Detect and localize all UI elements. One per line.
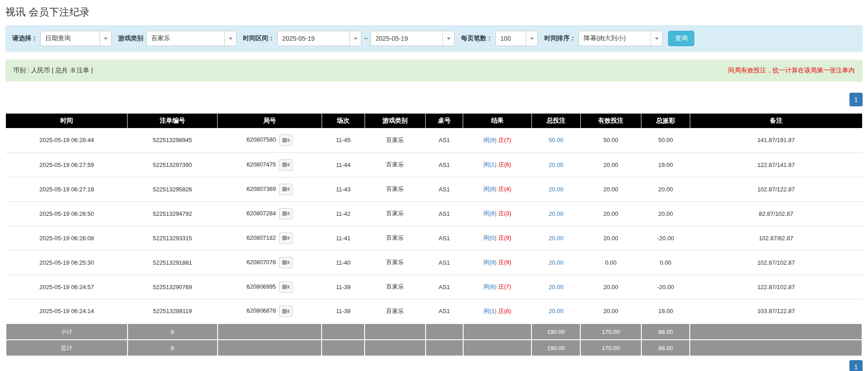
cell-total-bet: 20.00 [531, 226, 580, 250]
cell-game-type: 百家乐 [365, 177, 425, 201]
cell-valid-bet: 20.00 [580, 152, 641, 177]
header-bet-id: 注单编号 [128, 114, 218, 128]
cell-game-type: 百家乐 [365, 152, 425, 177]
date-range-separator: ~ [364, 35, 368, 42]
view-video-button[interactable] [279, 134, 293, 146]
cell-bet-id: 522513289119 [128, 299, 218, 323]
query-type-dropdown-button[interactable] [100, 31, 111, 46]
table-row: 2025-05-19 06:26:50 522513294792 6208072… [6, 201, 862, 226]
video-camera-icon [282, 309, 289, 314]
sort-order-input[interactable] [579, 31, 650, 46]
subtotal-payout: 88.00 [641, 323, 690, 340]
cell-time: 2025-05-19 06:26:50 [6, 201, 128, 226]
summary-totals: 币别 : 人民币 | 总共 :8 注单 | [13, 67, 93, 75]
game-type-input[interactable] [147, 31, 224, 46]
page-container: 视讯 会员下注纪录 请选择： 游戏类别 时间区间： ~ 每页笔数： 时间排序： [0, 0, 868, 371]
round-id-value: 620807369 [247, 185, 276, 192]
cell-time: 2025-05-19 06:24:14 [6, 299, 128, 323]
total-bet-link[interactable]: 50.00 [549, 137, 564, 143]
page-button-1[interactable]: 1 [849, 360, 863, 371]
cell-round-id: 620807182 [218, 226, 322, 250]
view-video-button[interactable] [279, 257, 293, 268]
round-id-value: 620806995 [247, 283, 276, 290]
time-range-label: 时间区间： [243, 34, 275, 43]
view-video-button[interactable] [279, 159, 293, 171]
filter-bar: 请选择： 游戏类别 时间区间： ~ 每页笔数： 时间排序： [5, 25, 863, 52]
total-bet-link[interactable]: 20.00 [549, 186, 564, 193]
view-video-button[interactable] [279, 281, 293, 293]
cell-time: 2025-05-19 06:27:18 [6, 177, 128, 201]
result-player: 闲(8) [484, 186, 497, 192]
chevron-down-icon [530, 38, 534, 40]
cell-payout: 50.00 [641, 128, 690, 152]
table-row: 2025-05-19 06:25:30 522513291881 6208070… [6, 250, 862, 275]
cell-remark: 102.87/122.87 [690, 177, 862, 201]
game-type-dropdown-button[interactable] [224, 31, 236, 46]
page-button-1[interactable]: 1 [849, 93, 863, 106]
cell-remark: 102.87/82.87 [690, 226, 862, 250]
table-row: 2025-05-19 06:27:18 522513295826 6208073… [6, 177, 862, 201]
total-bet-link[interactable]: 20.00 [549, 284, 564, 290]
cell-game-type: 百家乐 [365, 275, 425, 299]
cell-remark: 141.87/191.87 [690, 128, 862, 152]
total-empty-cell [365, 340, 425, 356]
table-body: 2025-05-19 06:28:44 522513298945 6208075… [6, 128, 862, 323]
game-type-label: 游戏类别 [118, 34, 143, 43]
date-to-dropdown-button[interactable] [442, 31, 454, 46]
total-empty-cell [322, 340, 365, 356]
cell-remark: 122.87/141.87 [690, 152, 862, 177]
video-camera-icon [282, 211, 289, 216]
subtotal-valid-bet: 170.00 [580, 323, 641, 340]
cell-game-type: 百家乐 [365, 226, 425, 250]
query-type-input[interactable] [41, 31, 100, 46]
page-size-combobox [495, 31, 538, 46]
view-video-button[interactable] [279, 208, 293, 219]
header-session: 场次 [322, 114, 365, 128]
subtotal-empty-cell [690, 323, 862, 340]
cell-session: 11-41 [322, 226, 365, 250]
cell-game-type: 百家乐 [365, 250, 425, 275]
header-payout: 总派彩 [641, 114, 690, 128]
cell-session: 11-39 [322, 275, 365, 299]
cell-round-id: 620807369 [218, 177, 322, 201]
view-video-button[interactable] [279, 305, 293, 317]
game-type-combobox [146, 31, 237, 46]
cell-table: AS1 [426, 128, 463, 152]
cell-bet-id: 522513293315 [128, 226, 218, 250]
cell-remark: 102.87/102.87 [690, 250, 862, 275]
date-from-dropdown-button[interactable] [349, 31, 361, 46]
result-player: 闲(0) [484, 234, 497, 241]
date-from-input[interactable] [278, 31, 349, 46]
total-bet-link[interactable]: 20.00 [549, 259, 564, 266]
view-video-button[interactable] [279, 184, 293, 195]
cell-table: AS1 [426, 226, 463, 250]
round-id-value: 620807580 [247, 136, 276, 143]
cell-bet-id: 522513294792 [128, 201, 218, 226]
chevron-down-icon [447, 38, 451, 40]
total-empty-cell [463, 340, 531, 356]
total-bet-link[interactable]: 20.00 [549, 308, 564, 314]
subtotal-empty-cell [463, 323, 531, 340]
total-count: 8 [128, 340, 218, 356]
page-size-input[interactable] [496, 31, 526, 46]
cell-valid-bet: 20.00 [580, 226, 641, 250]
total-bet-link[interactable]: 20.00 [549, 210, 564, 217]
cell-round-id: 620806878 [218, 299, 322, 323]
sort-order-dropdown-button[interactable] [650, 31, 662, 46]
total-bet-link[interactable]: 20.00 [549, 162, 564, 168]
cell-valid-bet: 20.00 [580, 275, 641, 299]
chevron-down-icon [229, 38, 232, 40]
header-time: 时间 [6, 114, 128, 128]
header-valid-bet: 有效投注 [580, 114, 641, 128]
page-size-dropdown-button[interactable] [526, 31, 537, 46]
cell-session: 11-45 [322, 128, 365, 152]
view-video-button[interactable] [279, 233, 293, 244]
search-button[interactable]: 查询 [668, 31, 694, 46]
query-type-label: 请选择： [12, 34, 38, 43]
round-id-value: 620807284 [247, 209, 276, 216]
total-row: 总计 8 190.00 170.00 88.00 [6, 340, 862, 356]
date-to-combobox [370, 31, 455, 46]
date-to-input[interactable] [371, 31, 442, 46]
total-bet-link[interactable]: 20.00 [549, 235, 564, 242]
header-game-type: 游戏类别 [365, 114, 425, 128]
